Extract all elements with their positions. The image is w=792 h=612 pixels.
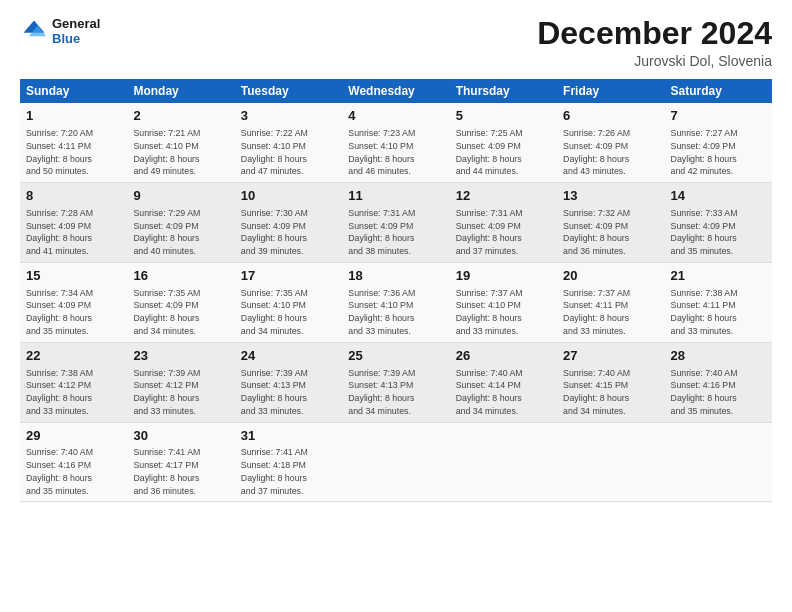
calendar-cell: 25Sunrise: 7:39 AMSunset: 4:13 PMDayligh… xyxy=(342,342,449,422)
day-number: 23 xyxy=(133,347,228,366)
calendar-cell: 28Sunrise: 7:40 AMSunset: 4:16 PMDayligh… xyxy=(665,342,772,422)
day-info: Sunrise: 7:29 AMSunset: 4:09 PMDaylight:… xyxy=(133,207,228,258)
day-number: 7 xyxy=(671,107,766,126)
day-number: 14 xyxy=(671,187,766,206)
day-number: 24 xyxy=(241,347,336,366)
day-number: 11 xyxy=(348,187,443,206)
weekday-header-tuesday: Tuesday xyxy=(235,79,342,103)
day-info: Sunrise: 7:40 AMSunset: 4:16 PMDaylight:… xyxy=(26,446,121,497)
day-number: 28 xyxy=(671,347,766,366)
day-info: Sunrise: 7:39 AMSunset: 4:12 PMDaylight:… xyxy=(133,367,228,418)
calendar-cell: 14Sunrise: 7:33 AMSunset: 4:09 PMDayligh… xyxy=(665,183,772,263)
weekday-header-sunday: Sunday xyxy=(20,79,127,103)
calendar-cell: 4Sunrise: 7:23 AMSunset: 4:10 PMDaylight… xyxy=(342,103,449,182)
day-info: Sunrise: 7:38 AMSunset: 4:12 PMDaylight:… xyxy=(26,367,121,418)
calendar-week-row: 1Sunrise: 7:20 AMSunset: 4:11 PMDaylight… xyxy=(20,103,772,182)
day-info: Sunrise: 7:40 AMSunset: 4:14 PMDaylight:… xyxy=(456,367,551,418)
day-info: Sunrise: 7:40 AMSunset: 4:15 PMDaylight:… xyxy=(563,367,658,418)
day-number: 31 xyxy=(241,427,336,446)
day-info: Sunrise: 7:39 AMSunset: 4:13 PMDaylight:… xyxy=(348,367,443,418)
logo-icon xyxy=(20,17,48,45)
day-info: Sunrise: 7:39 AMSunset: 4:13 PMDaylight:… xyxy=(241,367,336,418)
calendar-cell: 3Sunrise: 7:22 AMSunset: 4:10 PMDaylight… xyxy=(235,103,342,182)
calendar-cell: 5Sunrise: 7:25 AMSunset: 4:09 PMDaylight… xyxy=(450,103,557,182)
day-number: 27 xyxy=(563,347,658,366)
calendar-cell xyxy=(342,422,449,502)
calendar-cell: 13Sunrise: 7:32 AMSunset: 4:09 PMDayligh… xyxy=(557,183,664,263)
location: Jurovski Dol, Slovenia xyxy=(537,53,772,69)
day-info: Sunrise: 7:40 AMSunset: 4:16 PMDaylight:… xyxy=(671,367,766,418)
calendar-cell: 30Sunrise: 7:41 AMSunset: 4:17 PMDayligh… xyxy=(127,422,234,502)
weekday-header-thursday: Thursday xyxy=(450,79,557,103)
calendar-cell: 11Sunrise: 7:31 AMSunset: 4:09 PMDayligh… xyxy=(342,183,449,263)
day-number: 21 xyxy=(671,267,766,286)
calendar-cell: 12Sunrise: 7:31 AMSunset: 4:09 PMDayligh… xyxy=(450,183,557,263)
day-info: Sunrise: 7:21 AMSunset: 4:10 PMDaylight:… xyxy=(133,127,228,178)
day-info: Sunrise: 7:34 AMSunset: 4:09 PMDaylight:… xyxy=(26,287,121,338)
day-number: 18 xyxy=(348,267,443,286)
day-number: 19 xyxy=(456,267,551,286)
calendar-cell xyxy=(557,422,664,502)
calendar-cell: 31Sunrise: 7:41 AMSunset: 4:18 PMDayligh… xyxy=(235,422,342,502)
day-number: 2 xyxy=(133,107,228,126)
day-info: Sunrise: 7:41 AMSunset: 4:18 PMDaylight:… xyxy=(241,446,336,497)
calendar-cell: 27Sunrise: 7:40 AMSunset: 4:15 PMDayligh… xyxy=(557,342,664,422)
calendar-cell: 26Sunrise: 7:40 AMSunset: 4:14 PMDayligh… xyxy=(450,342,557,422)
calendar-week-row: 8Sunrise: 7:28 AMSunset: 4:09 PMDaylight… xyxy=(20,183,772,263)
calendar-cell: 2Sunrise: 7:21 AMSunset: 4:10 PMDaylight… xyxy=(127,103,234,182)
day-info: Sunrise: 7:31 AMSunset: 4:09 PMDaylight:… xyxy=(348,207,443,258)
weekday-header-row: SundayMondayTuesdayWednesdayThursdayFrid… xyxy=(20,79,772,103)
day-info: Sunrise: 7:28 AMSunset: 4:09 PMDaylight:… xyxy=(26,207,121,258)
calendar-cell: 22Sunrise: 7:38 AMSunset: 4:12 PMDayligh… xyxy=(20,342,127,422)
calendar-cell: 8Sunrise: 7:28 AMSunset: 4:09 PMDaylight… xyxy=(20,183,127,263)
calendar-cell: 19Sunrise: 7:37 AMSunset: 4:10 PMDayligh… xyxy=(450,262,557,342)
day-number: 10 xyxy=(241,187,336,206)
weekday-header-saturday: Saturday xyxy=(665,79,772,103)
month-title: December 2024 xyxy=(537,16,772,51)
day-number: 12 xyxy=(456,187,551,206)
calendar-cell: 24Sunrise: 7:39 AMSunset: 4:13 PMDayligh… xyxy=(235,342,342,422)
header: General Blue December 2024 Jurovski Dol,… xyxy=(20,16,772,69)
day-info: Sunrise: 7:26 AMSunset: 4:09 PMDaylight:… xyxy=(563,127,658,178)
day-info: Sunrise: 7:20 AMSunset: 4:11 PMDaylight:… xyxy=(26,127,121,178)
day-info: Sunrise: 7:33 AMSunset: 4:09 PMDaylight:… xyxy=(671,207,766,258)
weekday-header-monday: Monday xyxy=(127,79,234,103)
day-number: 13 xyxy=(563,187,658,206)
calendar-cell: 29Sunrise: 7:40 AMSunset: 4:16 PMDayligh… xyxy=(20,422,127,502)
calendar-cell: 21Sunrise: 7:38 AMSunset: 4:11 PMDayligh… xyxy=(665,262,772,342)
calendar-week-row: 15Sunrise: 7:34 AMSunset: 4:09 PMDayligh… xyxy=(20,262,772,342)
day-number: 3 xyxy=(241,107,336,126)
calendar-cell: 6Sunrise: 7:26 AMSunset: 4:09 PMDaylight… xyxy=(557,103,664,182)
calendar-cell: 18Sunrise: 7:36 AMSunset: 4:10 PMDayligh… xyxy=(342,262,449,342)
title-block: December 2024 Jurovski Dol, Slovenia xyxy=(537,16,772,69)
calendar-cell: 15Sunrise: 7:34 AMSunset: 4:09 PMDayligh… xyxy=(20,262,127,342)
day-number: 16 xyxy=(133,267,228,286)
calendar-week-row: 22Sunrise: 7:38 AMSunset: 4:12 PMDayligh… xyxy=(20,342,772,422)
weekday-header-friday: Friday xyxy=(557,79,664,103)
day-number: 25 xyxy=(348,347,443,366)
day-info: Sunrise: 7:41 AMSunset: 4:17 PMDaylight:… xyxy=(133,446,228,497)
calendar-cell: 20Sunrise: 7:37 AMSunset: 4:11 PMDayligh… xyxy=(557,262,664,342)
day-info: Sunrise: 7:35 AMSunset: 4:10 PMDaylight:… xyxy=(241,287,336,338)
day-number: 1 xyxy=(26,107,121,126)
calendar-cell: 16Sunrise: 7:35 AMSunset: 4:09 PMDayligh… xyxy=(127,262,234,342)
day-number: 17 xyxy=(241,267,336,286)
calendar-cell xyxy=(665,422,772,502)
page: General Blue December 2024 Jurovski Dol,… xyxy=(0,0,792,612)
day-number: 9 xyxy=(133,187,228,206)
day-number: 4 xyxy=(348,107,443,126)
day-info: Sunrise: 7:30 AMSunset: 4:09 PMDaylight:… xyxy=(241,207,336,258)
day-info: Sunrise: 7:32 AMSunset: 4:09 PMDaylight:… xyxy=(563,207,658,258)
day-number: 20 xyxy=(563,267,658,286)
logo: General Blue xyxy=(20,16,100,46)
day-number: 15 xyxy=(26,267,121,286)
calendar-cell: 7Sunrise: 7:27 AMSunset: 4:09 PMDaylight… xyxy=(665,103,772,182)
day-info: Sunrise: 7:27 AMSunset: 4:09 PMDaylight:… xyxy=(671,127,766,178)
day-info: Sunrise: 7:37 AMSunset: 4:11 PMDaylight:… xyxy=(563,287,658,338)
day-info: Sunrise: 7:25 AMSunset: 4:09 PMDaylight:… xyxy=(456,127,551,178)
day-number: 6 xyxy=(563,107,658,126)
weekday-header-wednesday: Wednesday xyxy=(342,79,449,103)
day-info: Sunrise: 7:22 AMSunset: 4:10 PMDaylight:… xyxy=(241,127,336,178)
calendar-cell: 1Sunrise: 7:20 AMSunset: 4:11 PMDaylight… xyxy=(20,103,127,182)
day-info: Sunrise: 7:31 AMSunset: 4:09 PMDaylight:… xyxy=(456,207,551,258)
